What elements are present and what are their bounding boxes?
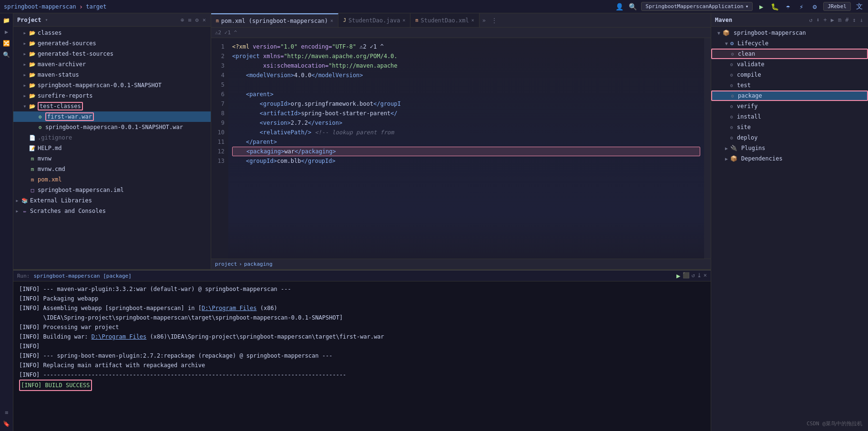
run-config-selector[interactable]: SpringbootMapperscanApplication ▾ xyxy=(641,2,753,11)
code-line-4: <modelVersion>4.0.0</modelVersion> xyxy=(232,70,700,80)
maven-add-icon[interactable]: + xyxy=(823,16,828,24)
code-line-9: <version>2.7.2</version> xyxy=(232,118,700,128)
tree-item-snapshot-war[interactable]: ⚙ springboot-mapperscan-0.0.1-SNAPSHOT.w… xyxy=(13,122,211,132)
title-bar-left: springboot-mapperscan › target xyxy=(4,3,612,10)
tree-label: Scratches and Consoles xyxy=(30,208,106,214)
tree-arrow xyxy=(21,144,29,152)
link-program-files-1[interactable]: D:\Program Files xyxy=(202,305,257,311)
terminal-tools: ▶ ⬛ ↺ ⤓ × xyxy=(676,272,707,280)
gear-icon: ⚙ xyxy=(731,93,734,99)
scroll-end-icon[interactable]: ⤓ xyxy=(697,272,702,280)
terminal-content[interactable]: [INFO] --- maven-war-plugin:3.3.2:war (d… xyxy=(13,281,711,431)
tabs-menu-icon[interactable]: ⋮ xyxy=(489,17,500,24)
maven-lifecycle-verify[interactable]: ⚙ verify xyxy=(711,101,868,111)
close-icon[interactable]: × xyxy=(202,16,207,24)
maven-plugins-group[interactable]: ▶ 🔌 Plugins xyxy=(711,143,868,153)
tab-pom-xml[interactable]: m pom.xml (springboot-mapperscan) × xyxy=(211,13,338,28)
profile-button[interactable]: ⚡ xyxy=(797,2,806,11)
tab-student-dao-xml[interactable]: m StudentDao.xml × xyxy=(410,13,479,28)
project-icon: ▼ xyxy=(715,29,723,37)
run-button[interactable]: ▶ xyxy=(756,2,766,11)
maven-lifecycle-group[interactable]: ▼ ⚙ Lifecycle xyxy=(711,38,868,49)
coverage-button[interactable]: ☂ xyxy=(783,2,793,11)
tree-label-war: first-war.war xyxy=(45,112,94,121)
gear-icon: ⚙ xyxy=(730,114,733,120)
tree-item-first-war[interactable]: ⚙ first-war.war xyxy=(13,111,211,122)
sidebar-icon-find[interactable]: 🔍 xyxy=(1,50,12,60)
tree-item-surefire[interactable]: ▶ 📂 surefire-reports xyxy=(13,90,211,101)
sidebar-icon-structure[interactable]: ≡ xyxy=(1,407,12,418)
maven-lifecycle-compile[interactable]: ⚙ compile xyxy=(711,70,868,80)
maven-lifecycle-deploy[interactable]: ⚙ deploy xyxy=(711,132,868,143)
tree-label: mvnw.cmd xyxy=(38,166,65,172)
tree-item-scratches[interactable]: ▶ ✏ Scratches and Consoles xyxy=(13,206,211,216)
maven-lifecycle-site[interactable]: ⚙ site xyxy=(711,122,868,132)
tree-item-maven-archiver[interactable]: ▶ 📂 maven-archiver xyxy=(13,59,211,70)
tree-item-snapshot[interactable]: ▶ 📂 springboot-mapperscan-0.0.1-SNAPSHOT xyxy=(13,80,211,90)
gear-icon: ⚙ xyxy=(730,135,733,140)
play-icon[interactable]: ▶ xyxy=(676,272,680,280)
tab-close-icon[interactable]: × xyxy=(330,18,333,23)
maven-toggle-icon[interactable]: ↕ xyxy=(852,16,857,24)
sidebar-icon-bookmarks[interactable]: 🔖 xyxy=(1,419,12,429)
code-lines[interactable]: <?xml version="1.0" encoding="UTF-8" ⚠2 … xyxy=(228,38,704,259)
maven-options-icon[interactable]: # xyxy=(844,16,849,24)
maven-lifecycle-test[interactable]: ⚙ test xyxy=(711,80,868,90)
scrollbar-minimap[interactable] xyxy=(704,38,711,259)
tree-item-generated-test-sources[interactable]: ▶ 📂 generated-test-sources xyxy=(13,49,211,59)
maven-project-root[interactable]: ▼ 📦 springboot-mapperscan xyxy=(711,28,868,38)
rerun-icon[interactable]: ↺ xyxy=(692,272,695,280)
tab-close-icon[interactable]: × xyxy=(402,18,405,23)
locate-icon[interactable]: ⊕ xyxy=(180,16,185,24)
maven-run-icon[interactable]: ▶ xyxy=(830,16,835,24)
settings-icon[interactable]: ⚙ xyxy=(810,2,819,11)
tree-arrow xyxy=(21,176,29,183)
terminal-line-8: [INFO] --- spring-boot-maven-plugin:2.7.… xyxy=(19,351,705,361)
mvnw-icon: m xyxy=(29,155,36,162)
maven-settings-icon[interactable]: m xyxy=(837,16,842,24)
tree-item-test-classes[interactable]: ▼ 📂 test-classes xyxy=(13,101,211,111)
breadcrumb-packaging: packaging xyxy=(244,261,273,267)
tree-item-pom[interactable]: m pom.xml xyxy=(13,174,211,185)
tree-label: .gitignore xyxy=(38,134,72,141)
sidebar-icon-run[interactable]: ▶ xyxy=(1,27,12,37)
tab-student-dao-java[interactable]: J StudentDao.java × xyxy=(338,13,410,28)
main-layout: 📁 ▶ 🔀 🔍 ≡ 🔖 Project ▾ ⊕ ≡ ⚙ × xyxy=(0,13,868,431)
tree-item-gitignore[interactable]: 📄 .gitignore xyxy=(13,132,211,143)
tree-item-generated-sources[interactable]: ▶ 📂 generated-sources xyxy=(13,38,211,49)
maven-download-icon[interactable]: ⬇ xyxy=(815,16,820,24)
search-icon[interactable]: 🔍 xyxy=(628,2,637,11)
project-name: springboot-mapperscan xyxy=(4,3,76,10)
tree-item-maven-status[interactable]: ▶ 📂 maven-status xyxy=(13,70,211,80)
tab-close-icon[interactable]: × xyxy=(471,18,474,23)
editor-area: m pom.xml (springboot-mapperscan) × J St… xyxy=(211,13,711,269)
vcs-icon[interactable]: 👤 xyxy=(614,2,624,11)
tree-item-mvnw[interactable]: m mvnw xyxy=(13,153,211,164)
maven-dependencies-group[interactable]: ▶ 📦 Dependencies xyxy=(711,153,868,164)
tree-item-help[interactable]: 📝 HELP.md xyxy=(13,143,211,153)
tree-item-classes[interactable]: ▶ 📂 classes xyxy=(13,28,211,38)
maven-lifecycle-clean[interactable]: ⚙ clean xyxy=(711,49,868,59)
maven-lifecycle-install[interactable]: ⚙ install xyxy=(711,111,868,122)
debug-button[interactable]: 🐛 xyxy=(770,2,779,11)
maven-close-icon[interactable]: ↓ xyxy=(859,16,864,24)
maven-lifecycle-package[interactable]: ⚙ package xyxy=(711,90,868,101)
tree-label: maven-status xyxy=(38,71,79,78)
sidebar-icon-project[interactable]: 📁 xyxy=(1,15,12,26)
sidebar-icon-vcs[interactable]: 🔀 xyxy=(1,38,12,49)
stop-icon[interactable]: ⬛ xyxy=(683,272,690,280)
tree-item-external-libs[interactable]: ▶ 📚 External Libraries xyxy=(13,195,211,206)
maven-lifecycle-validate[interactable]: ⚙ validate xyxy=(711,59,868,70)
close-icon[interactable]: × xyxy=(704,272,707,280)
tree-item-iml[interactable]: □ springboot-mapperscan.iml xyxy=(13,185,211,195)
collapse-icon[interactable]: ≡ xyxy=(187,16,192,24)
left-content: Project ▾ ⊕ ≡ ⚙ × ▶ 📂 classes xyxy=(13,13,711,431)
tree-item-mvnw-cmd[interactable]: m mvnw.cmd xyxy=(13,164,211,174)
gitignore-icon: 📄 xyxy=(29,134,36,141)
more-tabs-icon[interactable]: » xyxy=(480,17,489,24)
dependencies-icon: 📦 xyxy=(730,155,737,162)
maven-refresh-icon[interactable]: ↺ xyxy=(808,16,813,24)
link-program-files-2[interactable]: D:\Program Files xyxy=(92,333,147,340)
options-icon[interactable]: ⚙ xyxy=(194,16,200,24)
translate-icon[interactable]: 文 xyxy=(855,2,864,11)
